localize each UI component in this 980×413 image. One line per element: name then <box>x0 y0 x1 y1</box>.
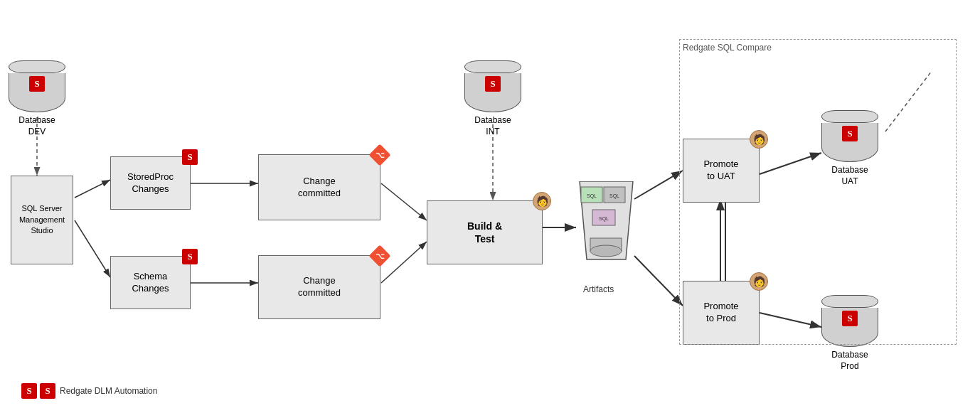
ssms-box: SQL ServerManagement Studio <box>11 176 73 264</box>
artifacts-funnel: SQL SQL SQL <box>572 181 640 274</box>
svg-line-12 <box>634 256 683 306</box>
svg-text:SQL: SQL <box>599 216 609 222</box>
artifacts-label: Artifacts <box>583 284 614 294</box>
storedproc-label: StoredProcChanges <box>127 171 174 195</box>
redgate-logo-schema: S <box>182 249 198 264</box>
db-dev: S DatabaseDEV <box>9 60 65 137</box>
svg-point-27 <box>590 245 622 257</box>
db-int-label: DatabaseINT <box>474 115 511 137</box>
db-dev-label: DatabaseDEV <box>18 115 55 137</box>
storedproc-box: StoredProcChanges S <box>110 156 191 210</box>
change-committed-2-label: Changecommitted <box>298 275 341 299</box>
footer-logo-1: S <box>21 383 37 399</box>
change-committed-1-label: Changecommitted <box>298 176 341 200</box>
db-dev-top <box>9 60 65 73</box>
svg-line-11 <box>634 171 683 199</box>
change-committed-2-box: Changecommitted ⌥ <box>258 255 380 319</box>
db-int-top <box>464 60 521 73</box>
svg-line-8 <box>381 242 427 283</box>
svg-line-3 <box>75 180 110 198</box>
svg-line-7 <box>381 183 427 220</box>
git-logo-2: ⌥ <box>368 245 390 267</box>
schema-label: SchemaChanges <box>132 271 169 295</box>
footer-label: Redgate DLM Automation <box>60 386 157 396</box>
footer: S S Redgate DLM Automation <box>21 383 157 399</box>
svg-text:SQL: SQL <box>609 193 619 199</box>
svg-line-4 <box>75 220 110 277</box>
git-logo-1: ⌥ <box>368 144 390 166</box>
redgate-logo-dev: S <box>29 76 45 92</box>
ssms-label: SQL ServerManagement Studio <box>11 203 73 236</box>
build-test-label: Build &Test <box>467 220 502 245</box>
redgate-sql-compare-label: Redgate SQL Compare <box>683 43 772 53</box>
db-int: S DatabaseINT <box>464 60 521 137</box>
db-dev-body: S <box>9 73 65 112</box>
footer-logo-2: S <box>40 383 55 399</box>
db-int-body: S <box>464 73 521 112</box>
svg-text:SQL: SQL <box>587 193 597 199</box>
jenkins-icon-build: 🧑 <box>533 192 551 210</box>
db-prod-label: DatabaseProd <box>831 350 868 372</box>
diagram-container: S DatabaseDEV SQL ServerManagement Studi… <box>0 0 980 413</box>
build-test-box: Build &Test 🧑 <box>427 200 543 264</box>
footer-logos: S S <box>21 383 55 399</box>
change-committed-1-box: Changecommitted ⌥ <box>258 154 380 220</box>
redgate-logo-storedproc: S <box>182 149 198 165</box>
redgate-sql-compare-box <box>679 39 957 345</box>
schema-box: SchemaChanges S <box>110 256 191 309</box>
redgate-logo-int: S <box>485 76 501 92</box>
